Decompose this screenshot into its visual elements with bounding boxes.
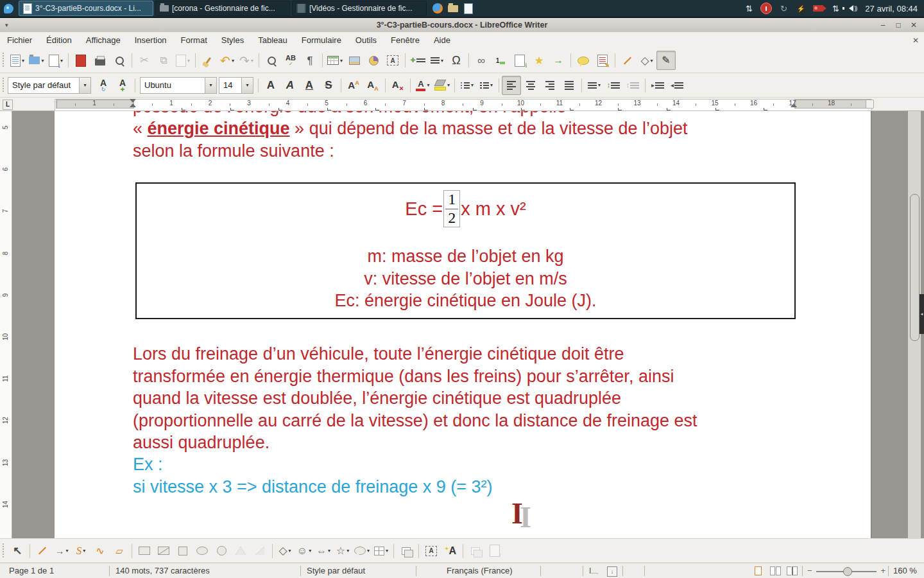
font-color-button[interactable]: A▾ [413, 76, 432, 95]
page-style[interactable]: Style par défaut [307, 566, 365, 575]
formula-frame[interactable]: Ec = 12x m x v² m: masse de l’objet en k… [135, 182, 796, 319]
highlight-color-button[interactable]: ▾ [432, 76, 452, 95]
align-center-button[interactable] [521, 76, 540, 95]
formatting-marks-button[interactable]: ¶ [300, 51, 320, 70]
line-spacing-button[interactable]: ▾ [585, 76, 604, 95]
numbered-list-button[interactable]: ▾ [477, 76, 496, 95]
insert-footnote-button[interactable]: 1 [491, 51, 510, 70]
cross-reference-button[interactable]: → [549, 51, 568, 70]
new-style-button[interactable]: A✚ [113, 76, 132, 95]
isosceles-triangle-button[interactable] [231, 541, 250, 561]
underline-button[interactable]: A [300, 76, 319, 95]
freeform-line-button[interactable]: ∿ [90, 541, 110, 561]
special-character-button[interactable]: Ω [447, 51, 466, 70]
menu-aide[interactable]: Aide [427, 32, 458, 48]
ellipse-tool-button[interactable] [193, 541, 212, 561]
insert-frame-button[interactable] [397, 541, 416, 561]
export-pdf-button[interactable] [71, 51, 90, 70]
curve-tool-button[interactable]: S▾ [71, 541, 90, 561]
menu-tableau[interactable]: Tableau [251, 32, 295, 48]
insert-line-tool-button[interactable] [33, 541, 52, 561]
undo-button[interactable]: ↶▾ [218, 51, 237, 70]
network-traffic-icon-2[interactable]: ⇅ [830, 3, 841, 14]
document-modified-indicator[interactable]: ↓ [607, 566, 617, 577]
horizontal-ruler[interactable]: L 1234567891011121314151617181 [0, 98, 924, 111]
increase-paragraph-spacing-button[interactable]: ↕ [604, 76, 623, 95]
new-document-button[interactable]: ▾ [8, 51, 27, 70]
symbol-shapes-button[interactable]: ☺▾ [295, 541, 314, 561]
word-count[interactable]: 140 mots, 737 caractères [116, 566, 210, 575]
chevron-down-icon[interactable]: ▾ [205, 78, 216, 93]
circle-tool-button[interactable] [212, 541, 231, 561]
selection-mode-indicator[interactable]: I﹏ [589, 566, 599, 577]
italic-button[interactable]: A [280, 76, 300, 95]
subscript-button[interactable]: AA [363, 76, 382, 95]
font-size-combobox[interactable]: 14 ▾ [219, 77, 253, 94]
print-preview-button[interactable] [110, 51, 129, 70]
zoom-knob[interactable] [843, 567, 852, 576]
save-button[interactable]: ↓▾ [46, 51, 65, 70]
insert-textbox-button[interactable]: A [383, 51, 402, 70]
network-traffic-icon[interactable]: ⇅ [743, 3, 755, 14]
strikethrough-button[interactable]: S [319, 76, 338, 95]
menu-formulaire[interactable]: Formulaire [295, 32, 348, 48]
left-indent-marker[interactable] [130, 103, 136, 107]
file-manager-launcher[interactable] [447, 3, 459, 14]
paragraph-style-combobox[interactable]: Style par défaut ▾ [8, 77, 91, 94]
zoom-level[interactable]: 160 % [893, 566, 917, 575]
bullet-list-button[interactable]: ▾ [458, 76, 477, 95]
single-page-view-button[interactable] [755, 566, 762, 577]
stars-banners-button[interactable]: ☆▾ [333, 541, 352, 561]
increase-indent-button[interactable]: ▸ [648, 76, 667, 95]
update-style-button[interactable]: A↻ [94, 76, 113, 95]
applications-menu-button[interactable] [0, 1, 17, 16]
vertical-ruler[interactable]: 567891011121314 [0, 111, 12, 538]
square-tool-button[interactable] [173, 541, 193, 561]
power-manager-icon[interactable]: ⚡ [795, 3, 807, 14]
maximize-button[interactable]: □ [893, 21, 903, 30]
track-changes-button[interactable]: ✎ [593, 51, 612, 70]
chevron-down-icon[interactable]: ▾ [79, 78, 90, 93]
font-name-combobox[interactable]: Ubuntu ▾ [140, 77, 217, 94]
align-left-button[interactable] [502, 76, 521, 95]
right-triangle-button[interactable] [250, 541, 270, 561]
fontwork-button[interactable]: ✦A [441, 541, 460, 561]
menu-edition[interactable]: Édition [39, 32, 79, 48]
justify-button[interactable] [560, 76, 579, 95]
insert-table-button[interactable]: ▾ [325, 51, 345, 70]
insert-image-button[interactable] [345, 51, 364, 70]
menu-styles[interactable]: Styles [214, 32, 251, 48]
taskbar-task-corona[interactable]: [corona - Gestionnaire de fic... [155, 1, 290, 16]
fraction-object[interactable]: 12 [443, 190, 460, 227]
insert-hyperlink-button[interactable]: ∞ [472, 51, 491, 70]
clock[interactable]: 27 avril, 08:44 [865, 4, 918, 13]
menu-fichier[interactable]: Fichier [0, 32, 39, 48]
power-button-icon[interactable] [760, 3, 772, 14]
find-replace-button[interactable] [262, 51, 281, 70]
document-page[interactable]: possède de l’énergie due à son mouvement… [55, 111, 871, 538]
zoom-slider[interactable]: − + [807, 566, 886, 576]
print-button[interactable] [90, 51, 110, 70]
book-view-button[interactable] [787, 566, 798, 575]
clone-formatting-button[interactable] [198, 51, 218, 70]
flowchart-shapes-button[interactable]: ▾ [372, 541, 391, 561]
chevron-down-icon[interactable]: ▾ [241, 78, 253, 93]
text-language[interactable]: Français (France) [447, 566, 513, 575]
zoom-in-icon[interactable]: + [880, 566, 886, 575]
taskbar-task-videos[interactable]: [Vidéos - Gestionnaire de fic... [292, 1, 427, 16]
taskbar-task-writer[interactable]: 3°-C3-partieB-cours.docx - Li... [19, 1, 153, 16]
menu-insertion[interactable]: Insertion [128, 32, 174, 48]
vertical-scrollbar[interactable] [908, 111, 921, 538]
right-indent-marker[interactable] [791, 103, 797, 107]
close-document-button[interactable]: ✕ [912, 36, 919, 45]
menu-affichage[interactable]: Affichage [79, 32, 128, 48]
insert-comment-button[interactable] [574, 51, 593, 70]
polygon-tool-button[interactable]: ▱ [110, 541, 129, 561]
basic-shapes-button[interactable]: ◇▾ [275, 541, 295, 561]
volume-icon[interactable]: )) [847, 3, 859, 14]
menu-fenetre[interactable]: Fenêtre [384, 32, 427, 48]
superscript-button[interactable]: AA [344, 76, 363, 95]
sidebar-show-handle[interactable]: ◂ [920, 294, 924, 334]
bold-button[interactable]: A [261, 76, 280, 95]
documents-launcher[interactable] [463, 3, 474, 14]
